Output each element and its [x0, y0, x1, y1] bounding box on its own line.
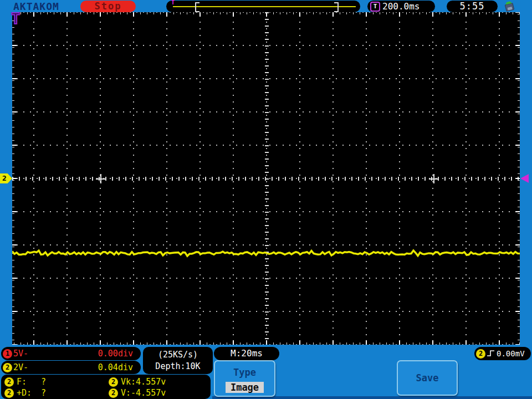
oscilloscope-screen: { "colors": { "frame_blue": "#1480cf", "…: [0, 0, 532, 399]
trigger-level-value: 0.00mV: [497, 349, 525, 358]
usb-drive-icon: [502, 1, 517, 12]
channel2-scale: 2V-: [13, 362, 28, 372]
channel1-badge: 1: [3, 349, 12, 359]
memory-window-line: [173, 6, 356, 7]
brand-logo: AKTAKOM: [13, 1, 59, 12]
trigger-source-badge: 2: [476, 349, 485, 359]
measurement-v: 2 V:-4.557v: [109, 388, 208, 398]
trigger-t-icon: T: [370, 2, 380, 12]
trigger-position-t-icon: T: [171, 0, 175, 6]
run-stop-button[interactable]: Stop: [80, 1, 136, 12]
channel2-badge: 2: [3, 363, 12, 372]
channel2-position: 0.04div: [98, 362, 133, 372]
trigger-position-bar[interactable]: T: [166, 1, 360, 12]
save-softkey-button[interactable]: Save: [397, 360, 458, 396]
type-softkey-button[interactable]: Type Image: [214, 360, 275, 397]
channel1-scale: 5V-: [13, 349, 28, 359]
status-panel: 1 5V- 0.00div 2 2V- 0.04div (25KS/s) Dep…: [0, 345, 532, 399]
measurement-vpk: 2 Vk:4.557v: [109, 377, 208, 387]
trigger-time-value: 200.0ms: [382, 1, 420, 12]
measurement-ch-badge: 2: [109, 377, 118, 387]
channel1-readout[interactable]: 1 5V- 0.00div: [1, 347, 141, 360]
type-label: Type: [215, 367, 274, 378]
measurement-ch-badge: 2: [109, 388, 118, 398]
memory-depth: Depth:10K: [155, 361, 200, 371]
window-left-bracket-icon: [195, 2, 200, 12]
clock: 5:55: [447, 1, 498, 12]
measurements-readout: 2 F: ? 2 Vk:4.557v 2 +D: ? 2 V:-4.557v: [1, 375, 211, 399]
timebase-readout: M:20ms: [214, 347, 279, 360]
sample-rate: (25KS/s): [158, 350, 198, 360]
trigger-level-arrow-icon[interactable]: [520, 174, 529, 183]
measurement-frequency: 2 F: ?: [4, 377, 109, 387]
trigger-level-readout: 2 0.00mV: [474, 347, 531, 360]
channel2-waveform-trace: [12, 12, 520, 345]
acquisition-readout: (25KS/s) Depth:10K: [143, 347, 213, 374]
measurement-ch-badge: 2: [4, 377, 14, 387]
type-selected-value[interactable]: Image: [226, 382, 264, 393]
channel2-readout[interactable]: 2 2V- 0.04div: [1, 361, 141, 374]
channel1-position: 0.00div: [98, 349, 133, 359]
measurement-ch-badge: 2: [4, 388, 14, 398]
rising-edge-icon: [487, 349, 495, 358]
channel2-zero-marker[interactable]: 2: [0, 173, 12, 183]
window-right-bracket-icon: [334, 2, 339, 12]
measurement-duty: 2 +D: ?: [4, 388, 109, 398]
trigger-time-readout: T 200.0ms: [367, 1, 435, 12]
display-graticule: T: [12, 12, 520, 345]
